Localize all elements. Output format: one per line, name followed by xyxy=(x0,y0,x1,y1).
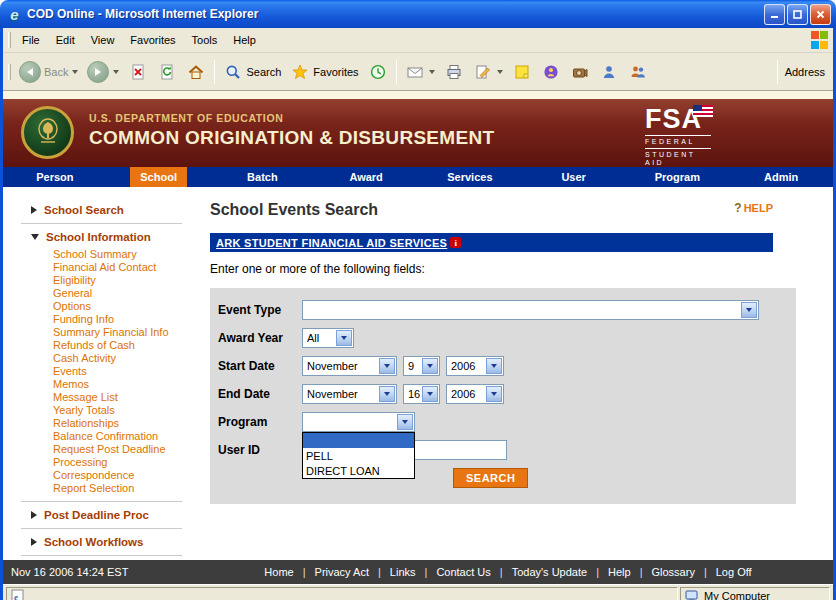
sidebar-item-options[interactable]: Options xyxy=(53,300,208,313)
sidebar-item-relationships[interactable]: Relationships xyxy=(53,417,208,430)
sidebar-item-message-list[interactable]: Message List xyxy=(53,391,208,404)
sidebar-item-cash-activity[interactable]: Cash Activity xyxy=(53,352,208,365)
footer-link-contact-us[interactable]: Contact Us xyxy=(427,566,499,578)
program-select[interactable] xyxy=(302,412,415,432)
mail-dropdown-icon xyxy=(429,70,435,74)
tab-person[interactable]: Person xyxy=(3,167,107,187)
sidebar-item-general[interactable]: General xyxy=(53,287,208,300)
sidebar-item-correspondence[interactable]: Correspondence xyxy=(53,469,208,482)
sidebar-item-eligibility[interactable]: Eligibility xyxy=(53,274,208,287)
footer-link-privacy-act[interactable]: Privacy Act xyxy=(306,566,378,578)
sidebar-item-events[interactable]: Events xyxy=(53,365,208,378)
footer-link-todays-update[interactable]: Today's Update xyxy=(503,566,596,578)
forward-icon xyxy=(87,61,109,83)
notes-button[interactable] xyxy=(508,59,536,85)
sidebar-item-yearly-totals[interactable]: Yearly Totals xyxy=(53,404,208,417)
footer-link-links[interactable]: Links xyxy=(381,566,425,578)
main-nav: Person School Batch Award Services User … xyxy=(3,167,833,187)
program-option-direct-loan[interactable]: DIRECT LOAN xyxy=(303,463,414,478)
menu-help[interactable]: Help xyxy=(225,30,264,50)
start-year-select[interactable]: 2006 xyxy=(446,356,504,376)
menu-edit[interactable]: Edit xyxy=(48,30,83,50)
tab-services[interactable]: Services xyxy=(418,167,522,187)
help-link[interactable]: ? HELP xyxy=(734,201,773,215)
page-title: School Events Search xyxy=(210,201,378,219)
collapsed-arrow-icon xyxy=(31,206,37,214)
sidebar-item-balance-confirmation[interactable]: Balance Confirmation xyxy=(53,430,208,443)
sidebar-item-processing[interactable]: Processing xyxy=(53,456,208,469)
fsa-federal-line: FEDERAL xyxy=(645,138,711,146)
end-year-select[interactable]: 2006 xyxy=(446,384,504,404)
sidebar-item-report-selection[interactable]: Report Selection xyxy=(53,482,208,495)
footer-link-help[interactable]: Help xyxy=(599,566,640,578)
start-month-select[interactable]: November xyxy=(302,356,397,376)
menu-view[interactable]: View xyxy=(83,30,123,50)
title-bar[interactable]: e COD Online - Microsoft Internet Explor… xyxy=(0,0,836,28)
award-year-select[interactable]: All xyxy=(302,328,354,348)
print-button[interactable] xyxy=(440,59,468,85)
footer-link-home[interactable]: Home xyxy=(255,566,302,578)
info-icon[interactable]: i xyxy=(450,237,461,248)
back-dropdown-icon xyxy=(72,70,78,74)
event-type-select[interactable] xyxy=(302,300,759,320)
tab-user[interactable]: User xyxy=(522,167,626,187)
page-viewport: U.S. DEPARTMENT OF EDUCATION COMMON ORIG… xyxy=(3,91,833,584)
search-button[interactable]: Search xyxy=(219,59,285,85)
browser-toolbar: Back Search Favorites xyxy=(3,53,833,91)
sidebar-item-school-summary[interactable]: School Summary xyxy=(53,248,208,261)
favorites-button[interactable]: Favorites xyxy=(286,59,362,85)
messenger-button[interactable] xyxy=(537,59,565,85)
footer-timestamp: Nov 16 2006 14:24 EST xyxy=(3,566,183,578)
menu-favorites[interactable]: Favorites xyxy=(122,30,183,50)
tab-award[interactable]: Award xyxy=(314,167,418,187)
school-name-link[interactable]: ARK STUDENT FINANCIAL AID SERVICES xyxy=(216,237,447,249)
history-button[interactable] xyxy=(364,59,392,85)
sidebar-item-financial-aid-contact[interactable]: Financial Aid Contact xyxy=(53,261,208,274)
sidebar-item-refunds-of-cash[interactable]: Refunds of Cash xyxy=(53,339,208,352)
sidebar: School Search School Information School … xyxy=(3,187,208,560)
forward-button[interactable] xyxy=(83,58,123,86)
sidebar-section-school-information[interactable]: School Information xyxy=(3,228,208,246)
stop-button[interactable] xyxy=(124,59,152,85)
minimize-button[interactable] xyxy=(764,4,785,25)
menu-file[interactable]: File xyxy=(14,30,48,50)
edit-button[interactable] xyxy=(469,59,507,85)
program-option-blank[interactable] xyxy=(303,433,414,448)
close-button[interactable] xyxy=(810,4,831,25)
address-label[interactable]: Address xyxy=(781,66,829,78)
dropdown-arrow-icon xyxy=(422,386,438,402)
maximize-button[interactable] xyxy=(787,4,808,25)
zone-label: My Computer xyxy=(704,590,770,600)
tab-program[interactable]: Program xyxy=(626,167,730,187)
tab-admin[interactable]: Admin xyxy=(729,167,833,187)
sidebar-section-post-deadline-proc[interactable]: Post Deadline Proc xyxy=(3,506,208,524)
user-id-label: User ID xyxy=(218,443,302,457)
menu-tools[interactable]: Tools xyxy=(184,30,226,50)
mail-button[interactable] xyxy=(401,59,439,85)
sidebar-section-school-search[interactable]: School Search xyxy=(3,201,208,219)
home-button[interactable] xyxy=(182,59,210,85)
sidebar-item-memos[interactable]: Memos xyxy=(53,378,208,391)
discuss-button[interactable] xyxy=(624,59,652,85)
back-button[interactable]: Back xyxy=(15,58,82,86)
search-submit-button[interactable]: SEARCH xyxy=(453,468,528,488)
end-day-select[interactable]: 16 xyxy=(403,384,440,404)
notes-icon xyxy=(512,62,532,82)
main-content: School Events Search ? HELP ARK STUDENT … xyxy=(208,187,833,504)
tab-batch[interactable]: Batch xyxy=(211,167,315,187)
program-option-pell[interactable]: PELL xyxy=(303,448,414,463)
sidebar-item-funding-info[interactable]: Funding Info xyxy=(53,313,208,326)
sidebar-section-school-workflows[interactable]: School Workflows xyxy=(3,533,208,551)
footer-link-log-off[interactable]: Log Off xyxy=(707,566,761,578)
start-day-select[interactable]: 9 xyxy=(403,356,440,376)
tab-school[interactable]: School xyxy=(107,167,211,187)
user-icon xyxy=(599,62,619,82)
sidebar-item-request-post-deadline[interactable]: Request Post Deadline xyxy=(53,443,208,456)
user-button[interactable] xyxy=(595,59,623,85)
refresh-button[interactable] xyxy=(153,59,181,85)
footer-link-glossary[interactable]: Glossary xyxy=(642,566,703,578)
sidebar-item-summary-financial-info[interactable]: Summary Financial Info xyxy=(53,326,208,339)
help-question-icon: ? xyxy=(734,201,741,215)
camera-button[interactable] xyxy=(566,59,594,85)
end-month-select[interactable]: November xyxy=(302,384,397,404)
